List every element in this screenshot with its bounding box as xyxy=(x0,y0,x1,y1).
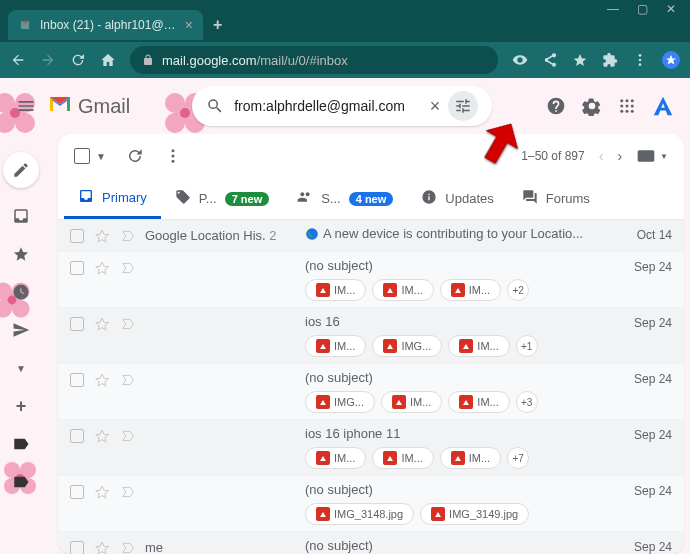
star-icon[interactable] xyxy=(94,228,110,244)
important-icon[interactable] xyxy=(120,484,136,500)
starred-nav-icon[interactable] xyxy=(11,244,31,264)
email-row[interactable]: me (no subject) Sep 24 xyxy=(58,532,684,554)
star-icon[interactable] xyxy=(94,540,110,554)
important-icon[interactable] xyxy=(120,260,136,276)
search-options-button[interactable] xyxy=(448,91,478,121)
expand-nav-icon[interactable]: ▼ xyxy=(11,358,31,378)
add-label-icon[interactable]: + xyxy=(11,396,31,416)
row-checkbox[interactable] xyxy=(70,429,84,443)
select-all-checkbox[interactable] xyxy=(74,148,90,164)
row-checkbox[interactable] xyxy=(70,485,84,499)
attachment-chip[interactable]: IMG... xyxy=(372,335,442,357)
row-checkbox[interactable] xyxy=(70,373,84,387)
minimize-icon[interactable]: — xyxy=(607,2,619,16)
tab-close-icon[interactable]: × xyxy=(185,17,193,33)
search-box[interactable]: × xyxy=(192,86,492,126)
reload-icon[interactable] xyxy=(70,52,86,68)
sent-nav-icon[interactable] xyxy=(11,320,31,340)
next-page-icon[interactable]: › xyxy=(617,148,622,164)
attachment-chip[interactable]: IMG_3148.jpg xyxy=(305,503,414,525)
attachment-chip[interactable]: IM... xyxy=(448,391,509,413)
important-icon[interactable] xyxy=(120,228,136,244)
more-attachments[interactable]: +2 xyxy=(507,279,529,301)
attachment-chip[interactable]: IM... xyxy=(381,391,442,413)
date: Oct 14 xyxy=(622,226,672,242)
category-tab[interactable]: P...7 new xyxy=(161,178,283,219)
category-tab[interactable]: Primary xyxy=(64,178,161,219)
attachment-chip[interactable]: IM... xyxy=(372,447,433,469)
maximize-icon[interactable]: ▢ xyxy=(637,2,648,16)
snoozed-nav-icon[interactable] xyxy=(11,282,31,302)
important-icon[interactable] xyxy=(120,316,136,332)
attachment-chip[interactable]: IM... xyxy=(372,279,433,301)
category-tab[interactable]: Updates xyxy=(407,178,507,219)
category-label: Primary xyxy=(102,190,147,205)
clear-search-icon[interactable]: × xyxy=(430,96,441,117)
category-tab[interactable]: Forums xyxy=(508,178,604,219)
important-icon[interactable] xyxy=(120,428,136,444)
profile-badge-icon[interactable] xyxy=(662,51,680,69)
email-row[interactable]: (no subject) IMG_3148.jpgIMG_3149.jpg Se… xyxy=(58,476,684,532)
label-2-icon[interactable] xyxy=(11,472,31,492)
eye-icon[interactable] xyxy=(512,52,528,68)
email-list[interactable]: Google Location His. 2 A new device is c… xyxy=(58,220,684,554)
attachment-chip[interactable]: IM... xyxy=(440,447,501,469)
star-icon[interactable] xyxy=(94,260,110,276)
email-row[interactable]: (no subject) IM...IM...IM...+2 Sep 24 xyxy=(58,252,684,308)
row-checkbox[interactable] xyxy=(70,541,84,554)
attachment-chip[interactable]: IM... xyxy=(448,335,509,357)
star-icon[interactable] xyxy=(94,372,110,388)
attachment-chip[interactable]: IM... xyxy=(305,279,366,301)
row-checkbox[interactable] xyxy=(70,229,84,243)
compose-button[interactable] xyxy=(3,152,39,188)
main-menu-icon[interactable] xyxy=(16,96,36,116)
label-1-icon[interactable] xyxy=(11,434,31,454)
menu-dots-icon[interactable] xyxy=(632,52,648,68)
email-row[interactable]: (no subject) IMG...IM...IM...+3 Sep 24 xyxy=(58,364,684,420)
attachment-chip[interactable]: IM... xyxy=(305,335,366,357)
browser-tab[interactable]: Inbox (21) - alphr101@gmail.com × xyxy=(8,10,203,40)
attachment-chip[interactable]: IMG_3149.jpg xyxy=(420,503,529,525)
share-icon[interactable] xyxy=(542,52,558,68)
more-icon[interactable] xyxy=(164,147,182,165)
email-row[interactable]: ios 16 iphone 11 IM...IM...IM...+7 Sep 2… xyxy=(58,420,684,476)
apps-icon[interactable] xyxy=(618,97,636,115)
attachment-chip[interactable]: IM... xyxy=(440,279,501,301)
url-box[interactable]: mail.google.com/mail/u/0/#inbox xyxy=(130,46,498,74)
more-attachments[interactable]: +7 xyxy=(507,447,529,469)
gmail-logo[interactable]: Gmail xyxy=(48,93,130,119)
input-tools-icon[interactable] xyxy=(636,148,656,164)
alphr-logo-icon[interactable] xyxy=(652,95,674,117)
back-icon[interactable] xyxy=(10,52,26,68)
new-tab-button[interactable]: + xyxy=(213,16,222,34)
address-bar: mail.google.com/mail/u/0/#inbox xyxy=(0,42,690,78)
more-attachments[interactable]: +1 xyxy=(516,335,538,357)
star-icon[interactable] xyxy=(94,316,110,332)
extensions-icon[interactable] xyxy=(602,52,618,68)
star-icon[interactable] xyxy=(94,484,110,500)
refresh-icon[interactable] xyxy=(126,147,144,165)
search-input[interactable] xyxy=(234,98,419,114)
image-icon xyxy=(316,507,330,521)
row-checkbox[interactable] xyxy=(70,261,84,275)
email-row[interactable]: Google Location His. 2 A new device is c… xyxy=(58,220,684,252)
attachment-chip[interactable]: IMG... xyxy=(305,391,375,413)
select-dropdown-icon[interactable]: ▼ xyxy=(96,151,106,162)
settings-icon[interactable] xyxy=(582,96,602,116)
attachments: IM...IM...IM...+7 xyxy=(305,447,622,469)
email-row[interactable]: ios 16 IM...IMG...IM...+1 Sep 24 xyxy=(58,308,684,364)
important-icon[interactable] xyxy=(120,372,136,388)
close-icon[interactable]: ✕ xyxy=(666,2,676,16)
star-icon[interactable] xyxy=(572,52,588,68)
prev-page-icon[interactable]: ‹ xyxy=(599,148,604,164)
forward-icon[interactable] xyxy=(40,52,56,68)
more-attachments[interactable]: +3 xyxy=(516,391,538,413)
important-icon[interactable] xyxy=(120,540,136,554)
category-tab[interactable]: S...4 new xyxy=(283,178,407,219)
home-icon[interactable] xyxy=(100,52,116,68)
support-icon[interactable] xyxy=(546,96,566,116)
inbox-nav-icon[interactable] xyxy=(11,206,31,226)
star-icon[interactable] xyxy=(94,428,110,444)
row-checkbox[interactable] xyxy=(70,317,84,331)
attachment-chip[interactable]: IM... xyxy=(305,447,366,469)
